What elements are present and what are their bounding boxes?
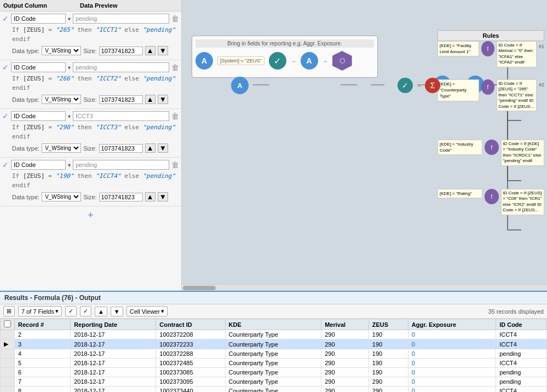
row-marker-1[interactable]: ▶ [1, 339, 15, 349]
table-row[interactable]: 5 2018-12-17 1002372485 Counterparty Typ… [1, 359, 547, 368]
row-marker-3[interactable] [1, 359, 15, 368]
rule-1-formula-node[interactable]: f [481, 41, 495, 56]
canvas-area: Bring in fields for reporting e.g. Aggr.… [182, 0, 547, 291]
fields-selector-button[interactable]: 7 of 7 Fields ▾ [18, 306, 62, 316]
table-row[interactable]: 2 2018-12-17 1002372208 Counterparty Typ… [1, 330, 547, 339]
fields-label: 7 of 7 Fields [21, 308, 54, 315]
field-check-2[interactable]: ✓ [2, 112, 9, 120]
table-row[interactable]: 8 2018-12-17 1002373440 Counterparty Typ… [1, 387, 547, 393]
check-button-1[interactable]: ✓ [65, 306, 77, 316]
blue-node-2[interactable]: A [301, 52, 318, 70]
field-check-1[interactable]: ✓ [2, 63, 9, 72]
field-name-input-1[interactable] [11, 62, 66, 72]
col-contract-id[interactable]: Contract ID [156, 319, 225, 330]
add-field-button[interactable]: + [0, 206, 181, 224]
cell-aggr-4: 0 [408, 368, 496, 377]
col-id-code[interactable]: ID Code [496, 319, 547, 330]
col-zeus[interactable]: ZEUS [368, 319, 408, 330]
size-down-btn-0[interactable]: ▼ [158, 46, 168, 55]
check-button-2[interactable]: ✓ [80, 306, 91, 316]
field-delete-2[interactable]: 🗑 [171, 112, 179, 120]
field-name-input-3[interactable] [11, 160, 66, 170]
field-delete-3[interactable]: 🗑 [171, 160, 179, 169]
rule-1: [KDE] = "Facility Limit Amount 1" f ID C… [437, 41, 544, 69]
col-kde[interactable]: KDE [225, 319, 321, 330]
field-check-0[interactable]: ✓ [2, 14, 9, 23]
row-marker-6[interactable] [1, 387, 15, 393]
cell-idcode-5: pending [496, 377, 547, 387]
field-name-dropdown-1[interactable]: ▾ [68, 65, 71, 71]
size-input-1[interactable] [99, 95, 143, 104]
table-row[interactable]: 4 2018-12-17 1002372288 Counterparty Typ… [1, 349, 547, 359]
cell-record-6: 8 [15, 387, 71, 393]
dtype-select-3[interactable]: V_WString [42, 192, 81, 201]
purple-hex-node[interactable]: ⬡ [332, 51, 352, 71]
sort-up-button[interactable]: ▲ [95, 307, 107, 316]
field-name-dropdown-2[interactable]: ▾ [68, 113, 71, 119]
cell-kde-6: Counterparty Type [225, 387, 321, 393]
dtype-select-0[interactable]: V_WString [42, 46, 81, 55]
field-preview-0[interactable] [73, 14, 169, 24]
blue-node-1[interactable]: A [195, 52, 213, 70]
sum-node[interactable]: Σ [425, 78, 440, 93]
field-preview-2[interactable] [73, 111, 169, 121]
field-name-dropdown-3[interactable]: ▾ [68, 162, 71, 168]
select-all-checkbox[interactable] [4, 320, 11, 327]
rule-2-formula-node[interactable]: f [481, 79, 495, 95]
cell-contract-5: 1002373095 [156, 377, 225, 387]
field-name-input-2[interactable] [11, 111, 66, 121]
field-delete-1[interactable]: 🗑 [171, 63, 179, 72]
size-down-btn-1[interactable]: ▼ [158, 95, 168, 104]
fields-dropdown-icon: ▾ [55, 308, 59, 315]
teal-node[interactable]: ✓ [398, 78, 413, 93]
rule-3: [KDE] = "Industry Code" f ID Code = If [… [437, 140, 544, 168]
cell-reporting-1: 2018-12-17 [71, 339, 156, 349]
check-node[interactable]: ✓ [269, 52, 286, 70]
field-name-dropdown-0[interactable]: ▾ [68, 16, 71, 22]
table-row[interactable]: 7 2018-12-17 1002373095 Counterparty Typ… [1, 377, 547, 387]
size-up-btn-1[interactable]: ▲ [145, 95, 156, 104]
dtype-select-2[interactable]: V_WString [42, 143, 81, 153]
rule-3-formula-node[interactable]: f [485, 140, 499, 155]
col-record[interactable]: Record # [15, 319, 71, 330]
canvas-panel[interactable]: Bring in fields for reporting e.g. Aggr.… [182, 0, 547, 291]
field-preview-3[interactable] [73, 160, 169, 170]
grid-view-button[interactable]: ⊞ [3, 306, 15, 316]
cell-viewer-button[interactable]: Cell Viewer ▾ [126, 306, 168, 316]
size-up-btn-0[interactable]: ▲ [145, 46, 156, 55]
size-input-3[interactable] [99, 193, 143, 201]
results-table[interactable]: Record # Reporting Date Contract ID KDE … [0, 319, 547, 392]
row-marker-4[interactable] [1, 368, 15, 377]
row-marker-0[interactable] [1, 330, 15, 339]
field-check-3[interactable]: ✓ [2, 160, 9, 169]
source-node[interactable]: A [231, 77, 249, 94]
col-aggr-exposure[interactable]: Aggr. Exposure [408, 319, 496, 330]
field-preview-1[interactable] [73, 62, 169, 72]
size-down-btn-3[interactable]: ▼ [158, 192, 168, 201]
field-name-input-0[interactable] [11, 14, 66, 24]
table-row[interactable]: ▶ 3 2018-12-17 1002372233 Counterparty T… [1, 339, 547, 349]
field-dtype-3: Data type: V_WString Size: ▲ ▼ [2, 191, 179, 204]
rule-4-formula-node[interactable]: f [485, 189, 499, 204]
cell-merival-2: 290 [321, 349, 369, 359]
main-container: Output Column Data Preview ✓ ▾ 🗑 If [ZEU… [0, 0, 547, 392]
size-input-0[interactable] [99, 47, 143, 55]
dtype-select-1[interactable]: V_WString [42, 95, 81, 104]
row-marker-2[interactable] [1, 349, 15, 359]
size-input-2[interactable] [99, 144, 143, 153]
cell-kde-4: Counterparty Type [225, 368, 321, 377]
cell-contract-3: 1002372485 [156, 359, 225, 368]
row-marker-5[interactable] [1, 377, 15, 387]
canvas-scrollbar[interactable] [182, 284, 547, 291]
size-down-btn-2[interactable]: ▼ [158, 143, 168, 153]
size-up-btn-2[interactable]: ▲ [145, 143, 156, 153]
size-label-3: Size: [83, 194, 96, 200]
size-up-btn-3[interactable]: ▲ [145, 192, 156, 201]
col-reporting-date[interactable]: Reporting Date [71, 319, 156, 330]
row-selector-header[interactable] [1, 319, 15, 330]
table-row[interactable]: 6 2018-12-17 1002373085 Counterparty Typ… [1, 368, 547, 377]
field-delete-0[interactable]: 🗑 [171, 14, 179, 23]
col-merival[interactable]: Merival [321, 319, 369, 330]
sort-down-button[interactable]: ▼ [111, 307, 123, 316]
cell-merival-3: 290 [321, 359, 369, 368]
